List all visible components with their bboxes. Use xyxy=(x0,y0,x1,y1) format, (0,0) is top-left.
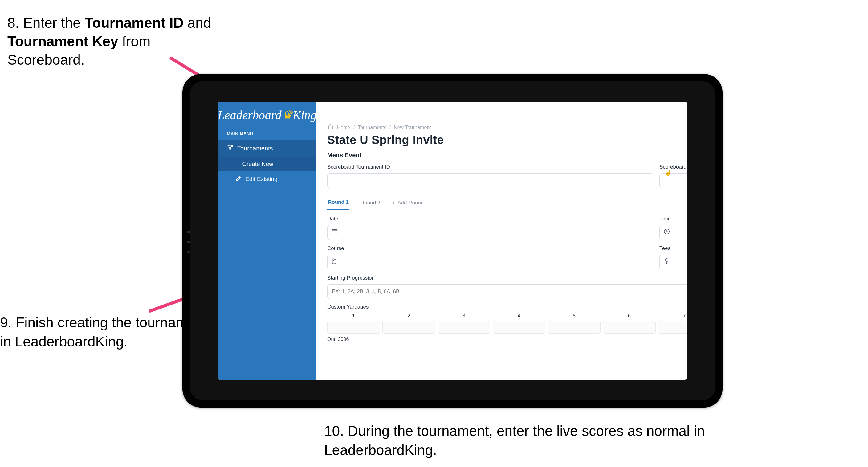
yardage-hole-number: 6 xyxy=(603,313,656,319)
tablet-camera-icon xyxy=(187,231,190,233)
tab-round-1[interactable]: Round 1 xyxy=(327,196,349,210)
sidebar-item-label: Create New xyxy=(243,160,273,167)
sidebar-item-label: Tournaments xyxy=(237,145,273,152)
sidebar: Leaderboard♛King MAIN MENU Tournaments +… xyxy=(218,102,316,380)
yardage-out-total: Out: 3006 xyxy=(327,337,349,342)
breadcrumb-new-tournament: New Tournament xyxy=(394,125,431,130)
label-sb-tournament-id: Scoreboard Tournament ID xyxy=(327,164,653,170)
edit-icon xyxy=(236,175,242,183)
clock-icon xyxy=(663,228,672,237)
yardage-hole-number: 5 xyxy=(548,313,600,319)
tee-icon xyxy=(663,258,672,266)
footer-links: Product Features Pricing Resources Terms… xyxy=(316,361,687,380)
yardage-hole-number: 7 xyxy=(658,313,687,319)
trophy-icon xyxy=(227,144,233,153)
tab-round-2[interactable]: Round 2 xyxy=(360,196,381,210)
sidebar-menu-header: MAIN MENU xyxy=(218,128,316,140)
yardage-hole-number: 3 xyxy=(438,313,490,319)
plus-icon: + xyxy=(236,161,239,167)
main-area: Sign In Home / Tournaments / New Tournam… xyxy=(316,102,687,380)
input-time[interactable] xyxy=(659,225,687,240)
breadcrumb-tournaments[interactable]: Tournaments xyxy=(358,125,386,130)
step-8-bold-2: Tournament Key xyxy=(7,33,118,49)
step-8-text: 8. Enter the xyxy=(7,15,85,31)
yardage-input[interactable] xyxy=(603,321,656,333)
app-logo[interactable]: Leaderboard♛King xyxy=(218,102,316,128)
crown-icon: ♛ xyxy=(282,108,293,122)
yardage-inputs-row xyxy=(327,321,687,333)
yardage-input[interactable] xyxy=(382,321,435,333)
label-course: Course xyxy=(327,245,653,252)
yardage-input[interactable] xyxy=(493,321,546,333)
app-screen: Leaderboard♛King MAIN MENU Tournaments +… xyxy=(218,102,687,380)
yardage-input[interactable] xyxy=(548,321,600,333)
label-date: Date xyxy=(327,216,653,222)
breadcrumb: Home / Tournaments / New Tournament xyxy=(327,123,687,132)
yardage-input[interactable] xyxy=(438,321,490,333)
breadcrumb-home[interactable]: Home xyxy=(337,125,350,130)
sidebar-item-tournaments[interactable]: Tournaments xyxy=(218,140,316,157)
step-8-callout: 8. Enter the Tournament ID and Tournamen… xyxy=(7,14,223,69)
input-tees[interactable] xyxy=(659,255,687,269)
flag-icon xyxy=(331,258,339,266)
label-starting-progression: Starting Progression xyxy=(327,275,687,281)
sidebar-item-label: Edit Existing xyxy=(245,176,278,182)
yardage-hole-number: 2 xyxy=(382,313,435,319)
tablet-camera-icon xyxy=(187,241,190,243)
label-time: Time xyxy=(659,216,687,222)
calendar-icon xyxy=(331,228,339,237)
label-custom-yardages: Custom Yardages xyxy=(327,304,687,310)
yardage-input[interactable] xyxy=(658,321,687,333)
input-date[interactable] xyxy=(327,225,653,240)
label-sb-tournament-key: Scoreboard Tournament Key xyxy=(659,164,687,170)
yardage-hole-numbers: 123456789101112131415161718 xyxy=(327,313,687,319)
tablet-camera-icon xyxy=(187,251,190,253)
tablet-frame: Leaderboard♛King MAIN MENU Tournaments +… xyxy=(182,74,722,408)
yardage-hole-number: 4 xyxy=(493,313,546,319)
input-course[interactable] xyxy=(327,255,653,269)
home-icon[interactable] xyxy=(327,123,334,132)
label-tees: Tees xyxy=(659,245,687,252)
input-starting-progression[interactable] xyxy=(327,284,687,299)
yardage-input[interactable] xyxy=(327,321,380,333)
svg-rect-3 xyxy=(332,230,337,234)
sidebar-item-edit-existing[interactable]: Edit Existing xyxy=(218,171,316,187)
input-sb-tournament-key[interactable] xyxy=(659,173,687,188)
page-title: State U Spring Invite xyxy=(327,134,687,147)
tab-add-round[interactable]: + Add Round xyxy=(391,196,424,210)
content: Home / Tournaments / New Tournament Stat… xyxy=(316,122,687,361)
round-tabs: Round 1 Round 2 + Add Round xyxy=(327,196,687,210)
topbar: Sign In xyxy=(316,102,687,122)
step-8-bold-1: Tournament ID xyxy=(85,15,184,31)
svg-point-6 xyxy=(665,259,668,261)
yardage-hole-number: 1 xyxy=(327,313,380,319)
input-sb-tournament-id[interactable] xyxy=(327,173,653,188)
step-10-callout: 10. During the tournament, enter the liv… xyxy=(324,421,755,460)
sidebar-item-create-new[interactable]: + Create New xyxy=(218,157,316,171)
section-title: Mens Event xyxy=(327,152,362,159)
plus-icon: + xyxy=(392,200,395,206)
